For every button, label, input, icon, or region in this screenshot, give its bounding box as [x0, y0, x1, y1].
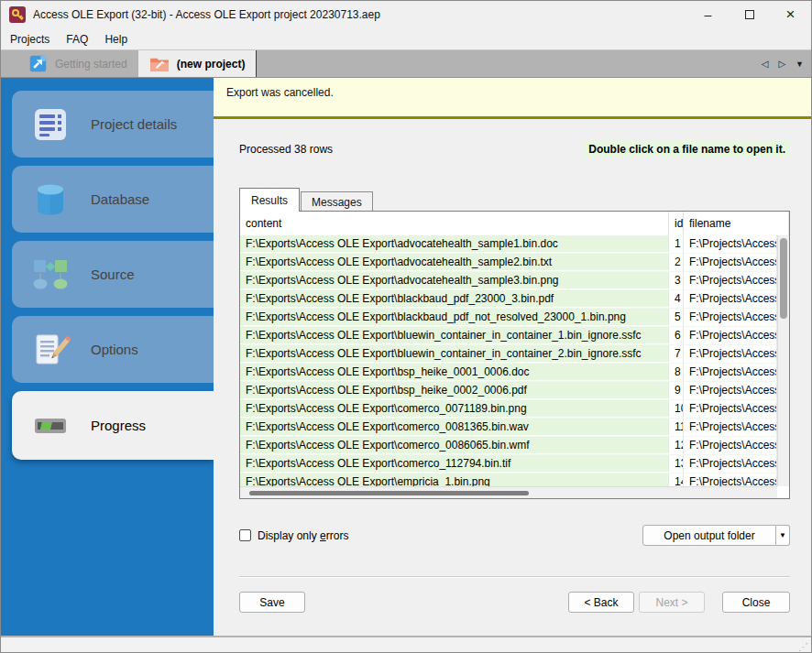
- table-row[interactable]: F:\Exports\Access OLE Export\blackbaud_p…: [240, 309, 777, 327]
- cell-filename[interactable]: F:\Projects\Access: [684, 437, 777, 454]
- close-wizard-button[interactable]: Close: [722, 592, 790, 613]
- maximize-icon: [745, 10, 754, 19]
- cell-content: F:\Exports\Access OLE Export\bsp_heike_0…: [240, 364, 669, 381]
- sidebar-item-project-details[interactable]: Project details: [12, 91, 214, 158]
- close-button[interactable]: ×: [770, 1, 811, 28]
- tab-messages[interactable]: Messages: [301, 191, 373, 212]
- cell-filename[interactable]: F:\Projects\Access: [684, 272, 777, 289]
- cell-filename[interactable]: F:\Projects\Access: [684, 419, 777, 436]
- table-row[interactable]: F:\Exports\Access OLE Export\blackbaud_p…: [240, 290, 777, 309]
- cell-id: 13: [669, 455, 684, 473]
- cell-content: F:\Exports\Access OLE Export\comerco_008…: [240, 437, 669, 454]
- maximize-button[interactable]: [729, 1, 770, 28]
- cell-id: 9: [669, 382, 684, 399]
- tab-results[interactable]: Results: [239, 188, 300, 212]
- sidebar: Project details Database: [1, 78, 214, 636]
- menu-faq[interactable]: FAQ: [58, 30, 96, 49]
- display-only-errors-option[interactable]: Display only errors: [239, 529, 348, 542]
- cell-filename[interactable]: F:\Projects\Access: [684, 382, 777, 399]
- menu-bar: Projects FAQ Help: [1, 28, 811, 49]
- cell-filename[interactable]: F:\Projects\Access: [684, 309, 777, 326]
- cell-content: F:\Exports\Access OLE Export\comerco_112…: [240, 455, 669, 473]
- cell-filename[interactable]: F:\Projects\Access: [684, 345, 777, 363]
- table-row[interactable]: F:\Exports\Access OLE Export\bsp_heike_0…: [240, 382, 777, 400]
- cell-id: 4: [669, 290, 684, 308]
- table-row[interactable]: F:\Exports\Access OLE Export\comerco_008…: [240, 437, 777, 455]
- cell-id: 7: [669, 345, 684, 363]
- column-header-filename[interactable]: filename: [684, 212, 789, 235]
- cell-content: F:\Exports\Access OLE Export\bluewin_con…: [240, 345, 669, 363]
- table-row[interactable]: F:\Exports\Access OLE Export\comerco_007…: [240, 400, 777, 419]
- project-folder-icon: [149, 56, 170, 72]
- back-button[interactable]: < Back: [568, 592, 634, 613]
- cell-content: F:\Exports\Access OLE Export\bluewin_con…: [240, 327, 669, 344]
- table-row[interactable]: F:\Exports\Access OLE Export\bluewin_con…: [240, 345, 777, 364]
- cell-id: 10: [669, 400, 684, 418]
- app-key-icon: [9, 6, 26, 23]
- cell-id: 5: [669, 309, 684, 326]
- cell-id: 2: [669, 254, 684, 271]
- sidebar-item-database[interactable]: Database: [12, 166, 214, 233]
- cell-content: F:\Exports\Access OLE Export\comerco_008…: [240, 419, 669, 436]
- cell-filename[interactable]: F:\Projects\Access: [684, 400, 777, 418]
- title-bar: Access OLE Export (32-bit) - Access OLE …: [1, 1, 811, 28]
- table-row[interactable]: F:\Exports\Access OLE Export\advocatehea…: [240, 235, 777, 254]
- horizontal-scrollbar[interactable]: [240, 486, 777, 498]
- column-header-id[interactable]: id: [669, 212, 684, 235]
- cell-filename[interactable]: F:\Projects\Access: [684, 364, 777, 381]
- vertical-scrollbar[interactable]: [777, 235, 789, 486]
- table-row[interactable]: F:\Exports\Access OLE Export\empricia_1.…: [240, 473, 777, 486]
- cell-filename[interactable]: F:\Projects\Access: [684, 254, 777, 271]
- tab-new-project[interactable]: (new project): [138, 50, 258, 77]
- processed-rows-text: Processed 38 rows: [239, 143, 333, 156]
- table-row[interactable]: F:\Exports\Access OLE Export\comerco_112…: [240, 455, 777, 473]
- database-icon: [30, 180, 71, 220]
- double-click-hint: Double click on a file name to open it.: [584, 141, 790, 158]
- menu-help[interactable]: Help: [96, 30, 136, 49]
- flowchart-icon: [30, 255, 71, 295]
- resize-grip-icon[interactable]: ⋰: [798, 642, 808, 651]
- menu-projects[interactable]: Projects: [2, 30, 58, 49]
- open-output-folder-dropdown[interactable]: ▼: [776, 525, 790, 546]
- table-row[interactable]: F:\Exports\Access OLE Export\bsp_heike_0…: [240, 364, 777, 382]
- save-button[interactable]: Save: [239, 592, 305, 613]
- display-only-errors-label: Display only errors: [258, 529, 348, 542]
- horizontal-scrollbar-thumb[interactable]: [249, 491, 529, 495]
- sidebar-item-label: Options: [91, 342, 138, 357]
- table-row[interactable]: F:\Exports\Access OLE Export\bluewin_con…: [240, 327, 777, 345]
- next-button[interactable]: Next >: [639, 592, 705, 613]
- table-row[interactable]: F:\Exports\Access OLE Export\comerco_008…: [240, 419, 777, 437]
- open-output-folder-button[interactable]: Open output folder: [642, 525, 776, 546]
- sidebar-item-options[interactable]: Options: [12, 316, 214, 383]
- window-title: Access OLE Export (32-bit) - Access OLE …: [33, 8, 687, 21]
- cell-filename[interactable]: F:\Projects\Access: [684, 290, 777, 308]
- status-bar: ⋰: [1, 636, 811, 652]
- sidebar-item-progress[interactable]: Progress: [12, 391, 214, 460]
- sidebar-item-source[interactable]: Source: [12, 241, 214, 308]
- cell-filename[interactable]: F:\Projects\Access: [684, 235, 777, 253]
- chevron-down-icon: ▼: [779, 531, 786, 539]
- cell-id: 14: [669, 473, 684, 486]
- tab-list-dropdown-icon[interactable]: ▼: [796, 60, 804, 69]
- tab-getting-started[interactable]: Getting started: [17, 50, 138, 77]
- table-header: content id filename: [240, 212, 789, 235]
- table-row[interactable]: F:\Exports\Access OLE Export\advocatehea…: [240, 272, 777, 290]
- tab-scroll-right-icon[interactable]: ▷: [778, 59, 785, 69]
- cell-content: F:\Exports\Access OLE Export\advocatehea…: [240, 254, 669, 271]
- column-header-content[interactable]: content: [240, 212, 669, 235]
- tab-label: (new project): [177, 58, 246, 71]
- cell-content: F:\Exports\Access OLE Export\advocatehea…: [240, 272, 669, 289]
- cell-filename[interactable]: F:\Projects\Access: [684, 473, 777, 486]
- app-window: Access OLE Export (32-bit) - Access OLE …: [0, 0, 812, 653]
- tab-scroll-left-icon[interactable]: ◁: [762, 59, 769, 69]
- cell-content: F:\Exports\Access OLE Export\advocatehea…: [240, 235, 669, 253]
- cell-filename[interactable]: F:\Projects\Access: [684, 327, 777, 344]
- cell-id: 11: [669, 419, 684, 436]
- display-only-errors-checkbox[interactable]: [239, 529, 251, 541]
- minimize-button[interactable]: –: [687, 1, 729, 28]
- sidebar-item-label: Project details: [91, 116, 177, 132]
- cell-id: 3: [669, 272, 684, 289]
- table-row[interactable]: F:\Exports\Access OLE Export\advocatehea…: [240, 254, 777, 272]
- cell-filename[interactable]: F:\Projects\Access: [684, 455, 777, 473]
- vertical-scrollbar-thumb[interactable]: [780, 238, 787, 319]
